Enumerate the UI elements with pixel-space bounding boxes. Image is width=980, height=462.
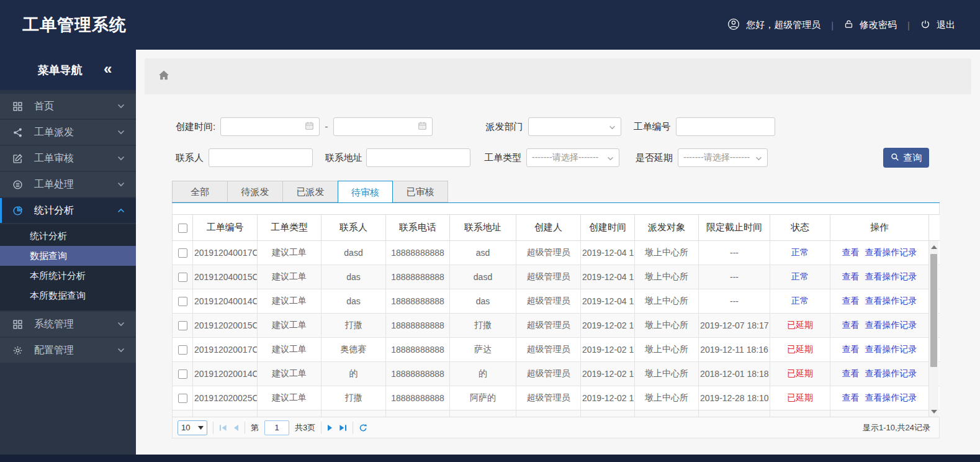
submenu-item-station-statistics[interactable]: 本所统计分析 xyxy=(0,266,136,286)
view-link[interactable]: 查看 xyxy=(842,247,860,257)
view-log-link[interactable]: 查看操作记录 xyxy=(865,247,917,257)
work-order-table: 工单编号 工单类型 联系人 联系电话 联系地址 创建人 创建时间 派发对象 限定… xyxy=(172,214,940,417)
sidebar-item-config[interactable]: 配置管理 xyxy=(0,338,136,363)
row-checkbox[interactable] xyxy=(178,248,187,258)
sidebar-item-statistics[interactable]: 统计分析 xyxy=(0,198,136,223)
delay-label: 是否延期 xyxy=(636,152,673,164)
sidebar-item-system[interactable]: 系统管理 xyxy=(0,312,136,337)
row-checkbox[interactable] xyxy=(178,394,187,403)
home-icon[interactable] xyxy=(158,70,169,83)
first-page-button[interactable] xyxy=(219,424,227,432)
select-all-checkbox[interactable] xyxy=(178,224,187,233)
sidebar-item-process[interactable]: 工单处理 xyxy=(0,172,136,197)
created-time-label: 创建时间: xyxy=(176,121,215,133)
view-link[interactable]: 查看 xyxy=(842,344,860,354)
view-log-link[interactable]: 查看操作记录 xyxy=(865,296,917,306)
tab-all[interactable]: 全部 xyxy=(172,181,227,202)
view-link[interactable]: 查看 xyxy=(842,392,860,402)
page-number-input[interactable] xyxy=(264,420,289,435)
scroll-up-icon[interactable] xyxy=(931,245,937,249)
cell-deadline: 2019-12-28 18:10 xyxy=(699,386,770,410)
logout-button[interactable]: 退出 xyxy=(920,19,955,31)
last-page-button[interactable] xyxy=(339,424,347,432)
view-log-link[interactable]: 查看操作记录 xyxy=(865,392,917,402)
scrollbar-thumb[interactable] xyxy=(930,254,937,367)
contact-input[interactable] xyxy=(214,153,307,163)
row-checkbox[interactable] xyxy=(178,297,187,306)
view-log-link[interactable]: 查看操作记录 xyxy=(865,320,917,330)
created-time-start-input[interactable] xyxy=(220,117,320,136)
search-button[interactable]: 查询 xyxy=(883,148,929,168)
change-password-button[interactable]: 修改密码 xyxy=(844,19,897,31)
row-checkbox[interactable] xyxy=(178,345,187,355)
work-order-panel: 工单编号 工单类型 联系人 联系电话 联系地址 创建人 创建时间 派发对象 限定… xyxy=(172,203,940,438)
scroll-down-icon[interactable] xyxy=(931,410,937,414)
view-link[interactable]: 查看 xyxy=(842,320,860,330)
row-checkbox[interactable] xyxy=(178,369,187,379)
sidebar-item-review[interactable]: 工单审核 xyxy=(0,146,136,171)
cell-order-type: 建议工单 xyxy=(258,338,321,362)
submenu-item-data-query[interactable]: 数据查询 xyxy=(0,246,136,266)
cell-contact: das xyxy=(321,265,386,289)
cell-phone: 18888888888 xyxy=(386,386,450,410)
grid-icon xyxy=(12,101,25,112)
tab-pending-review[interactable]: 待审核 xyxy=(338,181,393,203)
address-input-wrap xyxy=(366,148,470,167)
address-input[interactable] xyxy=(372,153,465,163)
cell-order-no: 201912020015C xyxy=(193,314,258,338)
cell-address: asd xyxy=(450,241,516,265)
chevron-down-icon xyxy=(755,153,762,163)
cell-address: dasd xyxy=(450,265,516,289)
row-checkbox[interactable] xyxy=(178,321,187,330)
view-log-link[interactable]: 查看操作记录 xyxy=(865,271,917,281)
col-contact: 联系人 xyxy=(321,215,386,241)
sidebar-item-dispatch[interactable]: 工单派发 xyxy=(0,120,136,145)
cell-deadline: --- xyxy=(699,241,770,265)
process-icon xyxy=(12,179,25,190)
submenu-item-station-data-query[interactable]: 本所数据查询 xyxy=(0,286,136,306)
view-link[interactable]: 查看 xyxy=(842,296,860,306)
row-checkbox[interactable] xyxy=(178,273,187,282)
pagination-bar: 10 第 共3页 显示1-10, xyxy=(173,417,939,438)
pie-chart-icon xyxy=(12,206,25,216)
status-badge: 已延期 xyxy=(770,314,830,338)
page-size-select[interactable]: 10 xyxy=(178,420,207,435)
chevron-down-icon xyxy=(117,322,125,327)
view-log-link[interactable]: 查看操作记录 xyxy=(865,368,917,378)
table-scrollbar[interactable] xyxy=(928,241,938,418)
refresh-icon[interactable] xyxy=(359,424,367,432)
tab-to-dispatch[interactable]: 待派发 xyxy=(227,181,282,202)
next-page-button[interactable] xyxy=(327,424,333,432)
dispatch-dept-select[interactable] xyxy=(528,117,621,136)
cell-dispatch-target: 墩上中心所 xyxy=(635,314,699,338)
cell-created: 2019-12-02 17 xyxy=(581,338,635,362)
sidebar-item-home[interactable]: 首页 xyxy=(0,94,136,119)
total-pages-label: 共3页 xyxy=(295,422,315,433)
tab-reviewed[interactable]: 已审核 xyxy=(393,181,448,202)
tab-dispatched[interactable]: 已派发 xyxy=(282,181,338,202)
greeting-text: 您好，超级管理员 xyxy=(746,19,820,31)
cell-address: 的 xyxy=(450,362,516,386)
double-angle-left-icon[interactable]: « xyxy=(104,61,136,79)
cell-creator: 超级管理员 xyxy=(516,241,581,265)
created-time-end-input[interactable] xyxy=(333,117,433,136)
prev-page-button[interactable] xyxy=(233,424,239,432)
cell-order-no: 201912020014C xyxy=(193,362,258,386)
cell-order-type: 建议工单 xyxy=(258,314,321,338)
chevron-down-icon xyxy=(117,156,125,161)
cell-creator: 超级管理员 xyxy=(516,314,581,338)
view-link[interactable]: 查看 xyxy=(842,271,860,281)
view-log-link[interactable]: 查看操作记录 xyxy=(865,344,917,354)
grid-icon xyxy=(12,319,25,330)
cell-phone: 18888888888 xyxy=(386,289,450,314)
cell-dispatch-target: 墩上中心所 xyxy=(635,386,699,410)
order-type-select[interactable]: -------请选择------- xyxy=(526,148,619,167)
cell-phone: 18888888888 xyxy=(386,265,450,289)
sidebar-menu: 首页 工单派发 工单审核 xyxy=(0,94,136,363)
user-greeting[interactable]: 您好，超级管理员 xyxy=(727,18,820,32)
order-no-input[interactable] xyxy=(681,122,770,132)
view-link[interactable]: 查看 xyxy=(842,368,860,378)
cell-created: 2019-12-02 16 xyxy=(581,362,635,386)
delay-select[interactable]: -------请选择------- xyxy=(678,148,768,167)
submenu-item-statistics-analysis[interactable]: 统计分析 xyxy=(0,226,136,246)
